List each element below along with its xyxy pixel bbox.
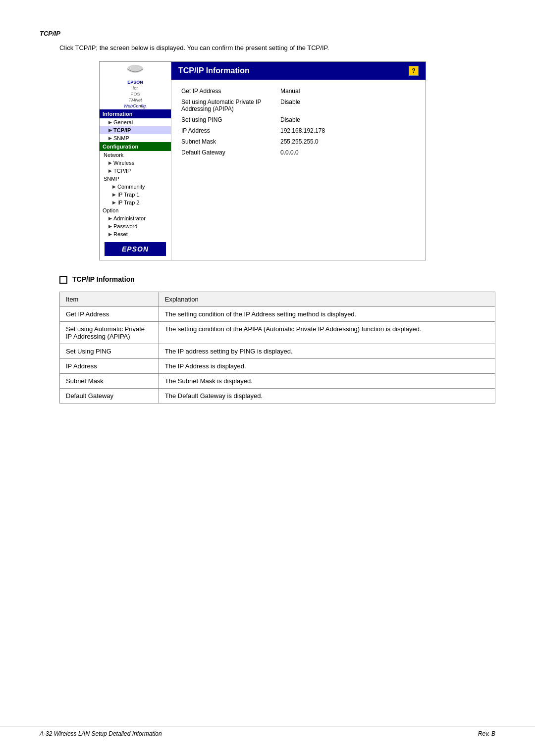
- info-label: IP Address: [181, 127, 280, 134]
- info-table: Get IP Address Manual Set using Automati…: [171, 80, 426, 168]
- arrow-icon: ▶: [108, 232, 112, 237]
- info-label: Subnet Mask: [181, 138, 280, 145]
- nav-snmp-label: SNMP: [113, 135, 129, 141]
- nav-snmp-config[interactable]: SNMP: [100, 175, 171, 183]
- checkbox-section: TCP/IP Information: [59, 275, 495, 284]
- epson-brand-box: EPSON: [105, 242, 166, 256]
- table-row: Subnet Mask The Subnet Mask is displayed…: [60, 374, 495, 389]
- tmnet-text: TMNet: [129, 98, 142, 102]
- info-row: IP Address 192.168.192.178: [181, 127, 416, 134]
- nav-iptrap2-label: IP Trap 2: [117, 200, 139, 205]
- nav-iptrap2[interactable]: ▶ IP Trap 2: [100, 199, 171, 206]
- info-row: Set using PING Disable: [181, 116, 416, 123]
- table-cell-item: Set Using PING: [60, 344, 159, 359]
- arrow-icon: ▶: [108, 224, 112, 229]
- info-value: 0.0.0.0: [280, 149, 299, 156]
- info-label: Default Gateway: [181, 149, 280, 156]
- info-value: Disable: [280, 116, 300, 123]
- info-value: 192.168.192.178: [280, 127, 325, 134]
- nav-password[interactable]: ▶ Password: [100, 222, 171, 230]
- arrow-icon: ▶: [108, 128, 112, 133]
- arrow-icon: ▶: [108, 216, 112, 221]
- table-header-explanation: Explanation: [159, 292, 495, 307]
- nav-config-header: Configuration: [100, 142, 171, 151]
- info-row: Subnet Mask 255.255.255.0: [181, 138, 416, 145]
- info-value: Manual: [280, 88, 300, 95]
- data-table: Item Explanation Get IP Address The sett…: [59, 292, 495, 403]
- nav-community[interactable]: ▶ Community: [100, 183, 171, 191]
- footer-left: A-32 Wireless LAN Setup Detailed Informa…: [40, 730, 162, 737]
- table-cell-explanation: The IP Address is displayed.: [159, 359, 495, 374]
- table-cell-explanation: The IP address setting by PING is displa…: [159, 344, 495, 359]
- nav-general[interactable]: ▶ General: [100, 118, 171, 126]
- table-cell-explanation: The Default Gateway is displayed.: [159, 389, 495, 403]
- nav-community-label: Community: [117, 184, 145, 190]
- pos-text: POS: [130, 92, 140, 97]
- page-footer: A-32 Wireless LAN Setup Detailed Informa…: [0, 726, 535, 741]
- webconfig-text: WebConfig.: [124, 103, 147, 108]
- nav-general-label: General: [113, 119, 133, 125]
- intro-text: Click TCP/IP; the screen below is displa…: [59, 44, 495, 51]
- table-cell-explanation: The setting condition of the APIPA (Auto…: [159, 322, 495, 344]
- footer-right: Rev. B: [478, 730, 495, 737]
- info-label: Get IP Address: [181, 88, 280, 95]
- arrow-icon: ▶: [108, 168, 112, 173]
- table-cell-item: Set using Automatic Private IP Addressin…: [60, 322, 159, 344]
- table-cell-item: Subnet Mask: [60, 374, 159, 389]
- sidebar: EPSON for POS TMNet WebConfig. Informati…: [100, 62, 171, 260]
- nav-info-header: Information: [100, 109, 171, 118]
- nav-reset[interactable]: ▶ Reset: [100, 230, 171, 238]
- table-cell-explanation: The Subnet Mask is displayed.: [159, 374, 495, 389]
- nav-network-label: Network: [104, 152, 123, 158]
- sidebar-logo: EPSON for POS TMNet WebConfig.: [100, 62, 171, 109]
- nav-tcpip-info[interactable]: ▶ TCP/IP: [100, 126, 171, 134]
- info-label: Set using PING: [181, 116, 280, 123]
- table-header-item: Item: [60, 292, 159, 307]
- nav-wireless[interactable]: ▶ Wireless: [100, 159, 171, 167]
- table-cell-item: Get IP Address: [60, 307, 159, 322]
- info-row: Default Gateway 0.0.0.0: [181, 149, 416, 156]
- nav-iptrap1-label: IP Trap 1: [117, 192, 139, 198]
- nav-wireless-label: Wireless: [113, 160, 134, 166]
- nav-password-label: Password: [113, 223, 137, 229]
- table-row: Set Using PING The IP address setting by…: [60, 344, 495, 359]
- main-header-title: TCP/IP Information: [178, 66, 250, 75]
- table-row: IP Address The IP Address is displayed.: [60, 359, 495, 374]
- table-row: Set using Automatic Private IP Addressin…: [60, 322, 495, 344]
- info-row: Get IP Address Manual: [181, 88, 416, 95]
- checkbox-icon: [59, 276, 67, 284]
- for-text: for: [133, 86, 138, 91]
- nav-network[interactable]: Network: [100, 151, 171, 159]
- arrow-icon: ▶: [108, 136, 112, 141]
- nav-snmp-info[interactable]: ▶ SNMP: [100, 134, 171, 142]
- info-value: 255.255.255.0: [280, 138, 319, 145]
- table-cell-explanation: The setting condition of the IP Address …: [159, 307, 495, 322]
- nav-tcpip-label: TCP/IP: [113, 127, 131, 133]
- nav-administrator[interactable]: ▶ Administrator: [100, 214, 171, 222]
- table-cell-item: Default Gateway: [60, 389, 159, 403]
- nav-iptrap1[interactable]: ▶ IP Trap 1: [100, 191, 171, 199]
- table-row: Get IP Address The setting condition of …: [60, 307, 495, 322]
- arrow-icon: ▶: [112, 184, 116, 189]
- nav-tcpip-config-label: TCP/IP: [113, 168, 131, 174]
- nav-snmp-config-label: SNMP: [104, 176, 119, 182]
- main-header: TCP/IP Information ?: [171, 62, 426, 80]
- nav-reset-label: Reset: [113, 231, 128, 237]
- nav-option-label: Option: [100, 206, 171, 214]
- arrow-icon: ▶: [112, 192, 116, 197]
- section-title: TCP/IP: [40, 30, 495, 37]
- nav-tcpip-config[interactable]: ▶ TCP/IP: [100, 167, 171, 175]
- info-label: Set using Automatic Private IPAddressing…: [181, 99, 280, 112]
- epson-small-text: EPSON: [102, 80, 169, 85]
- info-row: Set using Automatic Private IPAddressing…: [181, 99, 416, 112]
- nav-administrator-label: Administrator: [113, 215, 146, 221]
- arrow-icon: ▶: [108, 160, 112, 165]
- arrow-icon: ▶: [112, 200, 116, 205]
- checkbox-label: TCP/IP Information: [72, 275, 135, 283]
- main-area: TCP/IP Information ? Get IP Address Manu…: [171, 62, 426, 260]
- help-icon[interactable]: ?: [409, 66, 419, 76]
- info-value: Disable: [280, 99, 300, 112]
- arrow-icon: ▶: [108, 120, 112, 125]
- epson-logo-icon: [125, 65, 145, 79]
- table-row: Default Gateway The Default Gateway is d…: [60, 389, 495, 403]
